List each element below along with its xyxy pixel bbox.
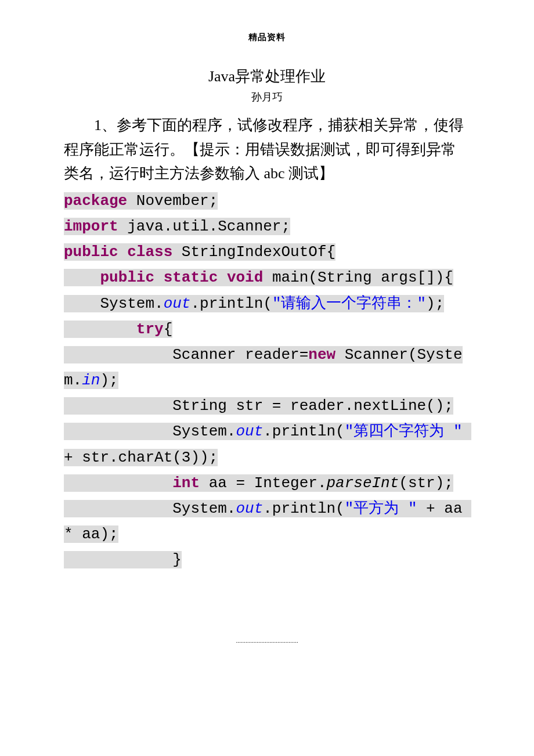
code-indent: [64, 474, 172, 492]
code-line: System.out.println("请输入一个字符串：");: [64, 291, 470, 316]
static-parseint: parseInt: [326, 474, 399, 492]
code-line: System.out.println("第四个字符为 " + str.charA…: [64, 419, 470, 470]
code-text: System.: [64, 500, 236, 517]
code-line: Scanner reader=new Scanner(System.in);: [64, 342, 470, 393]
code-text: );: [426, 295, 444, 312]
keyword-class: class: [127, 243, 172, 261]
code-text: [118, 243, 128, 261]
code-text: .println(: [190, 295, 272, 312]
question-paragraph: 1、参考下面的程序，试修改程序，捕获相关异常，使得程序能正常运行。【提示：用错误…: [64, 113, 470, 186]
keyword-public: public: [64, 243, 118, 261]
string-literal: "第四个字符为 ": [345, 423, 463, 440]
document-title: Java异常处理作业: [64, 66, 470, 87]
static-out: out: [236, 423, 263, 440]
code-text: String str = reader.nextLine();: [64, 397, 453, 415]
keyword-static: static: [164, 269, 218, 286]
code-indent: [64, 269, 100, 286]
header-label: 精品资料: [64, 32, 470, 43]
code-text: StringIndexOutOf{: [172, 243, 335, 261]
code-line: try{: [64, 316, 470, 342]
static-out: out: [164, 295, 191, 312]
footer-dots: .......................................: [64, 637, 470, 644]
keyword-new: new: [308, 346, 335, 363]
keyword-try: try: [136, 321, 164, 338]
document-author: 孙月巧: [64, 90, 470, 104]
code-block: package November; import java.util.Scann…: [64, 188, 470, 573]
keyword-public: public: [100, 269, 154, 286]
code-line: public static void main(String args[]){: [64, 265, 470, 290]
keyword-int: int: [172, 474, 200, 492]
code-line: package November;: [64, 188, 470, 214]
code-text: java.util.Scanner;: [118, 218, 290, 235]
document-page: 精品资料 Java异常处理作业 孙月巧 1、参考下面的程序，试修改程序，捕获相关…: [0, 0, 534, 673]
code-text: .println(: [263, 423, 344, 440]
string-literal: "请输入一个字符串：": [272, 295, 426, 312]
code-line: String str = reader.nextLine();: [64, 393, 470, 419]
code-text: (str);: [399, 474, 453, 492]
static-in: in: [82, 372, 100, 389]
code-indent: [64, 321, 136, 338]
code-text: [154, 269, 164, 286]
code-text: [218, 269, 227, 286]
string-literal: "平方为 ": [345, 500, 417, 517]
code-text: System.: [64, 295, 164, 312]
code-line: System.out.println("平方为 " + aa * aa);: [64, 496, 470, 547]
code-line: import java.util.Scanner;: [64, 214, 470, 239]
code-text: System.: [64, 423, 236, 440]
code-text: main(String args[]){: [263, 269, 453, 286]
code-text: November;: [127, 192, 218, 210]
code-line: public class StringIndexOutOf{: [64, 239, 470, 265]
code-text: {: [164, 321, 173, 338]
code-line: }: [64, 547, 470, 573]
code-text: Scanner reader=: [64, 346, 308, 363]
keyword-void: void: [227, 269, 263, 286]
code-text: }: [64, 551, 182, 568]
code-text: );: [100, 372, 118, 389]
static-out: out: [236, 500, 263, 517]
code-text: aa = Integer.: [200, 474, 326, 492]
keyword-import: import: [64, 218, 118, 235]
code-text: .println(: [263, 500, 344, 517]
code-line: int aa = Integer.parseInt(str);: [64, 470, 470, 496]
keyword-package: package: [64, 192, 127, 210]
